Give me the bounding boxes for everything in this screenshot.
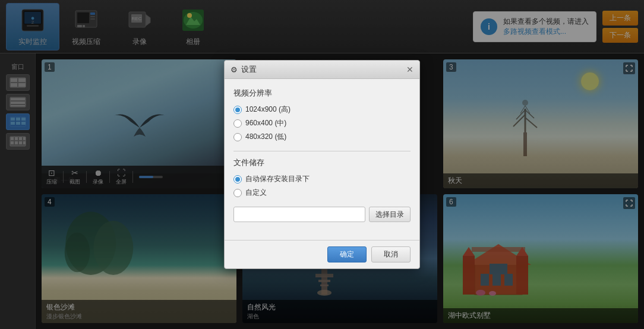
settings-dialog: ⚙ 设置 ✕ 视频分辨率 1024x900 (高) 960x400 (中) 48… (224, 60, 420, 269)
radio-medium-circle (233, 119, 242, 128)
resolution-radio-group: 1024x900 (高) 960x400 (中) 480x320 (低) (233, 105, 411, 142)
file-storage-section: 文件储存 自动保存安装目录下 自定义 选择目录 (233, 157, 411, 222)
storage-auto[interactable]: 自动保存安装目录下 (233, 174, 411, 184)
radio-low-circle (233, 133, 242, 141)
dialog-close-button[interactable]: ✕ (406, 65, 413, 74)
dialog-divider (233, 151, 411, 151)
storage-section-title: 文件储存 (233, 157, 411, 168)
storage-radio-group: 自动保存安装目录下 自定义 (233, 174, 411, 198)
dialog-title-bar: ⚙ 设置 ✕ (225, 61, 419, 79)
browse-button[interactable]: 选择目录 (369, 207, 411, 222)
radio-custom-circle (233, 189, 242, 197)
path-input[interactable] (233, 207, 365, 222)
dialog-footer: 确定 取消 (225, 240, 419, 268)
cancel-button[interactable]: 取消 (371, 246, 411, 262)
storage-custom[interactable]: 自定义 (233, 188, 411, 198)
ok-button[interactable]: 确定 (327, 246, 367, 262)
radio-auto-circle (233, 175, 242, 184)
dialog-title-text: ⚙ 设置 (231, 64, 257, 75)
resolution-low[interactable]: 480x320 (低) (233, 132, 411, 142)
dialog-body: 视频分辨率 1024x900 (高) 960x400 (中) 480x320 (… (225, 79, 419, 240)
resolution-high[interactable]: 1024x900 (高) (233, 105, 411, 115)
resolution-section-title: 视频分辨率 (233, 88, 411, 99)
settings-icon: ⚙ (231, 65, 238, 74)
radio-high-circle (233, 106, 242, 114)
dialog-overlay: ⚙ 设置 ✕ 视频分辨率 1024x900 (高) 960x400 (中) 48… (0, 0, 644, 329)
path-row: 选择目录 (233, 207, 411, 222)
resolution-medium[interactable]: 960x400 (中) (233, 118, 411, 128)
